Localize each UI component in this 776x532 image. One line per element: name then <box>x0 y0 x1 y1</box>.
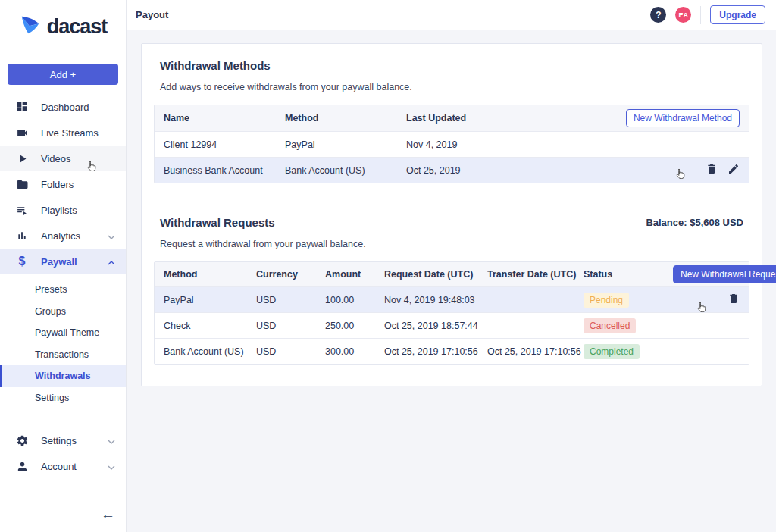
request-amount: 250.00 <box>325 321 384 331</box>
new-withdrawal-method-button[interactable]: New Withdrawal Method <box>626 109 740 127</box>
subitem-label: Settings <box>35 393 69 403</box>
chevron-down-icon <box>108 461 115 472</box>
sidebar-item-paywall[interactable]: $ Paywall <box>0 249 126 274</box>
sidebar-item-label: Playlists <box>41 205 115 216</box>
person-icon <box>15 459 29 473</box>
live-streams-icon <box>15 126 29 139</box>
collapse-sidebar-icon[interactable]: ← <box>101 506 115 523</box>
dashboard-icon <box>15 100 29 114</box>
method-type: Bank Account (US) <box>285 165 406 176</box>
delete-icon[interactable] <box>728 293 740 307</box>
sidebar-item-label: Analytics <box>41 230 108 242</box>
method-last-updated: Nov 4, 2019 <box>406 139 603 150</box>
subitem-label: Transactions <box>35 349 89 360</box>
request-currency: USD <box>256 295 325 305</box>
chevron-down-icon <box>108 230 115 242</box>
sidebar-item-settings[interactable]: Settings <box>0 427 126 453</box>
requests-table-header: Method Currency Amount Request Date (UTC… <box>155 262 749 286</box>
analytics-icon <box>15 229 29 243</box>
request-amount: 100.00 <box>325 295 384 305</box>
sidebar-subitem-presets[interactable]: Presets <box>0 279 126 301</box>
sidebar-item-analytics[interactable]: Analytics <box>0 223 126 249</box>
sidebar-divider <box>0 418 126 418</box>
request-amount: 300.00 <box>325 346 384 357</box>
request-date: Oct 25, 2019 17:10:56 <box>384 346 487 357</box>
balance-label: Balance: $5,608 USD <box>646 217 743 228</box>
transfer-date: Oct 25, 2019 17:10:56 <box>487 346 584 357</box>
sidebar-item-label: Live Streams <box>41 127 115 139</box>
status-badge: Cancelled <box>584 318 636 333</box>
delete-icon[interactable] <box>706 163 718 177</box>
withdrawal-methods-title: Withdrawal Methods <box>160 59 743 72</box>
folders-icon <box>15 177 29 191</box>
sidebar-item-live-streams[interactable]: Live Streams <box>0 120 126 146</box>
add-button[interactable]: Add + <box>8 64 118 85</box>
chevron-down-icon <box>108 435 115 446</box>
avatar[interactable]: EA <box>675 7 691 23</box>
table-row[interactable]: Client 12994 PayPal Nov 4, 2019 <box>155 131 749 157</box>
col-last-updated: Last Updated <box>406 113 603 124</box>
paywall-icon: $ <box>15 255 29 268</box>
method-type: PayPal <box>285 139 406 150</box>
col-method: Method <box>285 113 406 124</box>
sidebar-item-label: Folders <box>41 179 115 190</box>
sidebar-item-folders[interactable]: Folders <box>0 171 126 197</box>
request-method: Check <box>164 321 256 331</box>
col-name: Name <box>164 113 285 124</box>
method-name: Business Bank Account <box>164 165 285 176</box>
sidebar-subitem-transactions[interactable]: Transactions <box>0 344 126 366</box>
sidebar-item-label: Settings <box>41 435 108 446</box>
method-last-updated: Oct 25, 2019 <box>406 165 603 176</box>
request-date: Oct 25, 2019 18:57:44 <box>384 321 487 331</box>
sidebar-subitem-withdrawals[interactable]: Withdrawals <box>0 365 126 387</box>
sidebar-subitem-paywall-settings[interactable]: Settings <box>0 387 126 409</box>
subitem-label: Presets <box>35 284 67 295</box>
sidebar-subitem-paywall-theme[interactable]: Paywall Theme <box>0 322 126 344</box>
col-transfer-date: Transfer Date (UTC) <box>487 269 584 280</box>
new-withdrawal-request-button[interactable]: New Withdrawal Request <box>673 265 776 283</box>
request-currency: USD <box>256 346 325 357</box>
table-row[interactable]: Check USD 250.00 Oct 25, 2019 18:57:44 C… <box>155 312 749 338</box>
table-row[interactable]: Business Bank Account Bank Account (US) … <box>155 157 749 183</box>
playlists-icon <box>15 203 29 217</box>
videos-icon <box>15 152 29 165</box>
sidebar-item-dashboard[interactable]: Dashboard <box>0 94 126 120</box>
brand-logo[interactable]: dacast <box>0 0 126 53</box>
subitem-label: Withdrawals <box>35 371 91 381</box>
withdrawal-methods-table: Name Method Last Updated New Withdrawal … <box>154 105 749 183</box>
topbar: Payout ? EA Upgrade <box>127 0 776 30</box>
table-row[interactable]: PayPal USD 100.00 Nov 4, 2019 19:48:03 P… <box>155 286 749 312</box>
sidebar-subitem-groups[interactable]: Groups <box>0 301 126 323</box>
brand-name: dacast <box>47 15 108 39</box>
request-method: PayPal <box>164 295 256 305</box>
withdrawal-requests-table: Method Currency Amount Request Date (UTC… <box>154 261 749 365</box>
paywall-submenu: Presets Groups Paywall Theme Transaction… <box>0 279 126 408</box>
col-amount: Amount <box>325 269 384 280</box>
edit-icon[interactable] <box>728 163 740 177</box>
payout-card: Withdrawal Methods Add ways to receive w… <box>141 43 762 386</box>
sidebar-item-videos[interactable]: Videos <box>0 146 126 171</box>
method-name: Client 12994 <box>164 139 285 150</box>
main-content: Withdrawal Methods Add ways to receive w… <box>127 30 776 532</box>
sidebar-item-label: Dashboard <box>41 102 115 113</box>
subitem-label: Paywall Theme <box>35 327 99 338</box>
col-request-date: Request Date (UTC) <box>384 269 487 280</box>
dacast-arrow-icon <box>19 14 42 39</box>
col-method: Method <box>164 269 256 280</box>
status-badge: Pending <box>584 293 629 308</box>
request-method: Bank Account (US) <box>164 346 256 357</box>
upgrade-button[interactable]: Upgrade <box>710 5 765 24</box>
sidebar-item-account[interactable]: Account <box>0 453 126 479</box>
sidebar-item-playlists[interactable]: Playlists <box>0 197 126 223</box>
gear-icon <box>15 433 29 447</box>
request-date: Nov 4, 2019 19:48:03 <box>384 295 487 305</box>
help-icon[interactable]: ? <box>650 7 666 23</box>
subitem-label: Groups <box>35 306 66 317</box>
status-badge: Completed <box>584 344 640 359</box>
sidebar-item-label: Paywall <box>41 256 108 268</box>
sidebar-item-label: Account <box>41 461 108 472</box>
table-row[interactable]: Bank Account (US) USD 300.00 Oct 25, 201… <box>155 338 749 364</box>
page-title: Payout <box>136 9 650 20</box>
withdrawal-methods-subtitle: Add ways to receive withdrawals from you… <box>160 82 743 92</box>
sidebar-item-label: Videos <box>41 153 115 164</box>
